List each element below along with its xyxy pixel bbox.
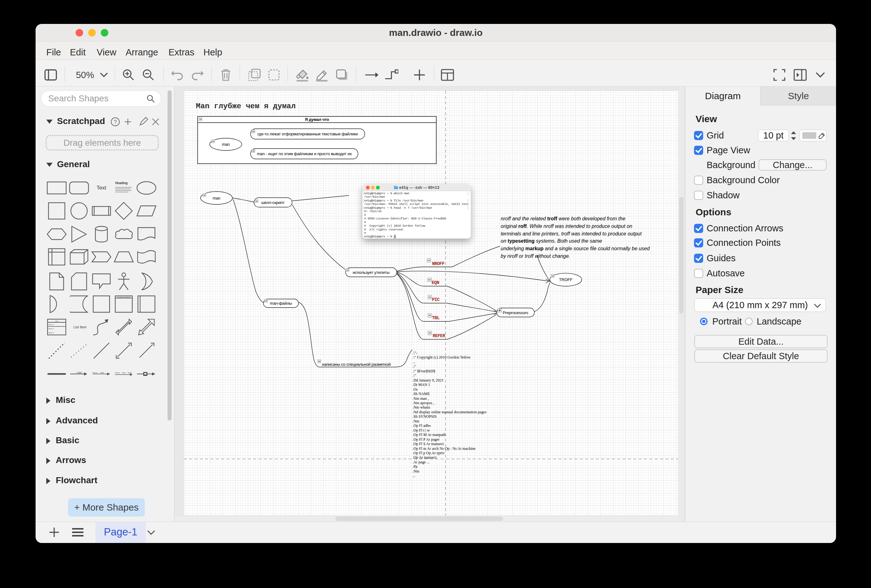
svg-text:Label: Label bbox=[76, 371, 82, 374]
svg-text:Preprocessors: Preprocessors bbox=[503, 310, 528, 315]
svg-text:написаны со специальной размет: написаны со специальной разметкой bbox=[322, 362, 391, 367]
svg-text:использует утилиты: использует утилиты bbox=[353, 270, 389, 275]
svg-text:где-то лежат отформатированные: где-то лежат отформатированные текстовые… bbox=[257, 132, 358, 136]
svg-text:Vertical Container: Vertical Container bbox=[117, 296, 131, 298]
svg-text:Man глубже чем я думал: Man глубже чем я думал bbox=[196, 102, 296, 111]
svg-text:man: man bbox=[222, 142, 230, 147]
svg-text:Source: Source bbox=[115, 372, 120, 374]
svg-text:Label: Label bbox=[100, 372, 104, 374]
svg-text:REFER: REFER bbox=[433, 333, 445, 338]
svg-text:man - ищет по этим файликам и: man - ищет по этим файликам и просто выв… bbox=[257, 151, 352, 156]
svg-text:NROFF: NROFF bbox=[432, 261, 444, 266]
svg-text:Item 1: Item 1 bbox=[48, 323, 54, 325]
svg-text:PIC: PIC bbox=[432, 297, 440, 302]
svg-text:Item 2: Item 2 bbox=[48, 328, 54, 329]
svg-text:List: List bbox=[55, 320, 58, 322]
svg-text:Target: Target bbox=[127, 372, 132, 374]
svg-text:?: ? bbox=[114, 119, 117, 125]
svg-text:TROFF: TROFF bbox=[559, 277, 572, 282]
svg-text:Label: Label bbox=[122, 372, 126, 374]
svg-text:EQN: EQN bbox=[432, 280, 439, 285]
svg-text:Heading: Heading bbox=[115, 181, 127, 185]
svg-text:Item 3: Item 3 bbox=[48, 332, 54, 334]
svg-text:Я думал что: Я думал что bbox=[305, 117, 329, 122]
svg-text:Source: Source bbox=[93, 372, 97, 374]
svg-text:man-файлы: man-файлы bbox=[270, 301, 292, 306]
svg-text:TBL: TBL bbox=[432, 316, 440, 320]
svg-text:man: man bbox=[213, 196, 220, 200]
svg-text:шелл-скрипт: шелл-скрипт bbox=[261, 200, 284, 205]
